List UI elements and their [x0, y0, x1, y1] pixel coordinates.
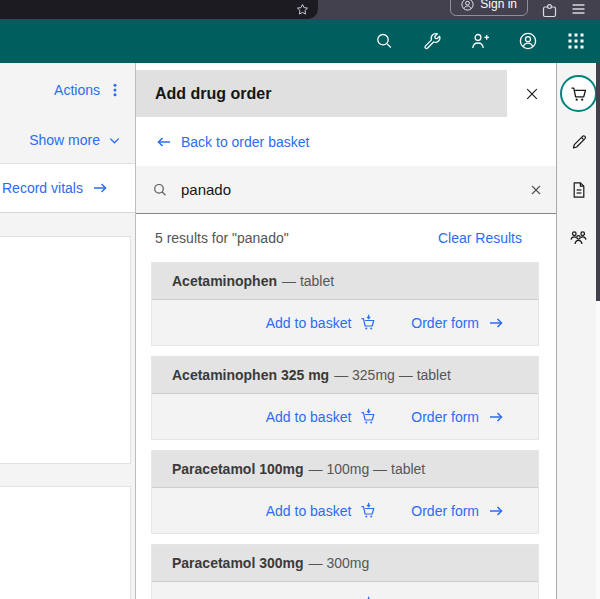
chart-widget-card [0, 236, 131, 464]
chevron-down-icon [107, 133, 122, 148]
drug-detail: — 325mg — tablet [334, 367, 451, 383]
browser-extensions-icon[interactable] [541, 2, 558, 19]
drug-name: Acetaminophen [172, 273, 277, 289]
app-switcher-icon [567, 32, 585, 50]
show-more-link[interactable]: Show more [29, 132, 100, 148]
search-icon [374, 31, 394, 51]
header-app-switcher-button[interactable] [552, 19, 600, 63]
add-to-basket-button[interactable]: Add to basket [266, 408, 379, 425]
close-workspace-button[interactable] [507, 70, 556, 117]
page-title: Add drug order [136, 70, 507, 117]
add-drug-order-workspace: Add drug order Back to order basket [135, 63, 557, 599]
rail-people-button[interactable] [557, 214, 600, 261]
bookmark-star-icon[interactable] [296, 3, 309, 16]
order-form-label: Order form [411, 409, 479, 425]
drug-detail: — tablet [282, 273, 334, 289]
header-tools-button[interactable] [408, 19, 456, 63]
order-form-button[interactable]: Order form [411, 315, 504, 331]
arrow-right-icon [488, 315, 504, 331]
cart-add-icon [360, 408, 378, 425]
drug-name: Paracetamol 300mg [172, 555, 304, 571]
main-area: Actions Show more Record vitals Add drug… [0, 63, 600, 599]
result-card: Acetaminophen 325 mg — 325mg — tablet Ad… [151, 356, 539, 440]
close-icon [529, 183, 543, 197]
result-card-header: Acetaminophen — tablet [152, 263, 538, 300]
drug-detail: — 300mg [309, 555, 370, 571]
app-header [0, 19, 600, 63]
order-form-button[interactable]: Order form [411, 409, 504, 425]
sign-in-label: Sign in [480, 0, 517, 11]
add-to-basket-label: Add to basket [266, 409, 352, 425]
cart-add-icon [360, 502, 378, 519]
drug-name: Paracetamol 100mg [172, 461, 304, 477]
order-form-label: Order form [411, 503, 479, 519]
document-icon [569, 180, 589, 200]
add-to-basket-button[interactable]: Add to basket [266, 502, 379, 519]
search-icon [152, 182, 168, 198]
browser-actions: Sign in [450, 0, 586, 19]
result-card-header: Paracetamol 300mg — 300mg [152, 545, 538, 582]
user-avatar-icon [518, 31, 538, 51]
add-to-basket-button[interactable]: Add to basket [266, 314, 379, 331]
order-basket-cart-icon [569, 84, 589, 104]
result-card: Acetaminophen — tablet Add to basket Ord… [151, 262, 539, 346]
result-card-header: Paracetamol 100mg — 100mg — tablet [152, 451, 538, 488]
arrow-left-icon [156, 134, 172, 150]
tools-icon [422, 31, 442, 51]
actions-row: Actions [0, 63, 135, 117]
rail-forms-button[interactable] [557, 118, 600, 165]
browser-url-bar[interactable] [0, 0, 318, 19]
show-more-row: Show more [0, 117, 135, 164]
result-card: Paracetamol 100mg — 100mg — tablet Add t… [151, 450, 539, 534]
record-vitals-row: Record vitals [0, 164, 135, 213]
back-link-label: Back to order basket [181, 134, 309, 150]
chart-widgets-area [0, 213, 135, 599]
arrow-right-icon [488, 409, 504, 425]
header-user-button[interactable] [504, 19, 552, 63]
people-icon [568, 227, 589, 248]
scrollbar-thumb[interactable] [596, 63, 600, 301]
add-to-basket-label: Add to basket [266, 503, 352, 519]
browser-sign-in-button[interactable]: Sign in [450, 0, 528, 16]
back-to-order-basket-button[interactable]: Back to order basket [136, 117, 556, 166]
rail-order-basket-button[interactable] [557, 70, 600, 117]
result-card: Paracetamol 300mg — 300mg Add to basket … [151, 544, 539, 599]
order-form-button[interactable]: Order form [411, 503, 504, 519]
results-header: 5 results for "panado" Clear Results [136, 214, 556, 262]
result-card-actions: Add to basket Order form [152, 582, 538, 599]
result-card-actions: Add to basket Order form [152, 488, 538, 533]
drug-search-bar [136, 166, 556, 214]
header-add-user-button[interactable] [456, 19, 504, 63]
close-icon [524, 86, 540, 102]
actions-link[interactable]: Actions [54, 82, 100, 98]
clear-search-button[interactable] [529, 183, 543, 197]
arrow-right-icon [92, 180, 108, 196]
overflow-menu-icon[interactable] [108, 82, 122, 98]
browser-menu-icon[interactable] [571, 2, 586, 16]
record-vitals-link[interactable]: Record vitals [2, 180, 83, 196]
active-indicator-circle [560, 75, 597, 112]
arrow-right-icon [488, 503, 504, 519]
result-card-actions: Add to basket Order form [152, 300, 538, 345]
clear-results-button[interactable]: Clear Results [438, 230, 522, 246]
workspace-header: Add drug order [136, 70, 556, 117]
profile-icon [461, 0, 474, 11]
chart-widget-card [0, 486, 131, 599]
order-form-label: Order form [411, 315, 479, 331]
results-list: Acetaminophen — tablet Add to basket Ord… [136, 262, 556, 599]
action-menu-rail [557, 63, 600, 599]
rail-notes-button[interactable] [557, 166, 600, 213]
browser-toolbar: Sign in [0, 0, 600, 19]
drug-search-input[interactable] [181, 181, 516, 198]
result-card-header: Acetaminophen 325 mg — 325mg — tablet [152, 357, 538, 394]
pen-icon [569, 132, 589, 152]
results-summary: 5 results for "panado" [155, 230, 438, 246]
scrollbar[interactable] [596, 63, 600, 599]
header-search-button[interactable] [360, 19, 408, 63]
patient-chart-background: Actions Show more Record vitals [0, 63, 135, 599]
result-card-actions: Add to basket Order form [152, 394, 538, 439]
drug-name: Acetaminophen 325 mg [172, 367, 329, 383]
add-to-basket-label: Add to basket [266, 315, 352, 331]
add-user-icon [470, 31, 490, 51]
cart-add-icon [360, 314, 378, 331]
